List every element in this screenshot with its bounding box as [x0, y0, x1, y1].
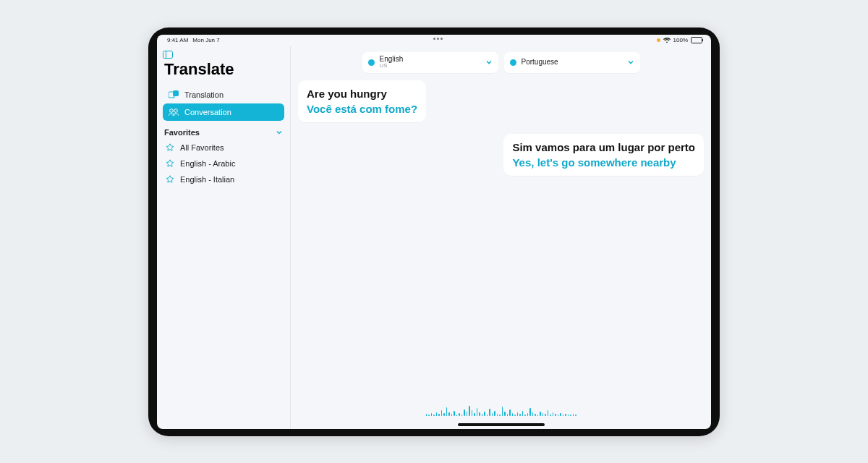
language-name: Portuguese: [522, 59, 627, 67]
favorite-label: English - Arabic: [180, 159, 235, 168]
battery-icon: [691, 37, 702, 43]
sidebar-item-label: Translation: [184, 90, 224, 99]
favorite-label: English - Italian: [180, 175, 234, 184]
home-indicator[interactable]: [458, 423, 545, 426]
message-source-text: Sim vamos para um lugar por perto: [512, 141, 695, 153]
wifi-icon: [663, 38, 671, 43]
conversation-icon: [169, 108, 179, 116]
favorites-header[interactable]: Favorites: [164, 128, 283, 137]
translation-icon: [169, 90, 179, 99]
language-region: US: [380, 63, 485, 69]
favorite-en-ar[interactable]: English - Arabic: [163, 156, 284, 171]
sidebar: Translate Translation Conversation Favor…: [157, 46, 291, 429]
active-dot-icon: [368, 59, 375, 66]
svg-point-4: [170, 109, 174, 112]
status-bar: 9:41 AM Mon Jun 7 100%: [157, 35, 711, 46]
app-title: Translate: [164, 60, 284, 79]
status-right: 100%: [657, 37, 702, 43]
chevron-down-icon: [276, 129, 283, 136]
star-icon: [166, 143, 174, 152]
language-selector-left[interactable]: English US: [362, 52, 498, 73]
active-dot-icon: [510, 59, 516, 66]
favorite-all[interactable]: All Favorites: [163, 140, 284, 156]
message-source-text: Are you hungry: [307, 88, 417, 100]
screen: 9:41 AM Mon Jun 7 100% Translate Transla…: [157, 35, 711, 429]
sidebar-item-label: Conversation: [184, 108, 231, 116]
status-drag-handle[interactable]: [433, 38, 443, 40]
location-indicator-icon: [657, 38, 660, 42]
message-translation-text: Yes, let's go somewhere nearby: [512, 156, 695, 169]
favorite-en-it[interactable]: English - Italian: [163, 171, 284, 187]
message-bubble-outgoing[interactable]: Are you hungry Você está com fome?: [298, 80, 426, 122]
svg-point-5: [174, 109, 178, 112]
message-bubble-incoming[interactable]: Sim vamos para um lugar por perto Yes, l…: [503, 134, 704, 176]
status-time: 9:41 AM: [167, 37, 188, 43]
chevron-down-icon: [627, 59, 634, 66]
favorite-label: All Favorites: [180, 143, 224, 152]
star-icon: [166, 175, 174, 184]
sidebar-toggle-icon[interactable]: [163, 51, 284, 59]
tablet-frame: 9:41 AM Mon Jun 7 100% Translate Transla…: [148, 27, 720, 436]
language-name: English: [380, 56, 485, 64]
language-selector-right[interactable]: Portuguese: [504, 52, 640, 73]
star-icon: [166, 159, 174, 168]
sidebar-item-translation[interactable]: Translation: [163, 86, 284, 103]
battery-percent: 100%: [673, 37, 688, 43]
main-panel: English US Portuguese: [291, 46, 711, 429]
svg-rect-0: [163, 51, 173, 58]
sidebar-item-conversation[interactable]: Conversation: [163, 103, 284, 121]
svg-rect-3: [173, 90, 179, 96]
status-date: Mon Jun 7: [192, 37, 219, 43]
waveform-mic-input[interactable]: [291, 400, 711, 416]
chevron-down-icon: [485, 59, 493, 66]
message-translation-text: Você está com fome?: [307, 103, 417, 115]
